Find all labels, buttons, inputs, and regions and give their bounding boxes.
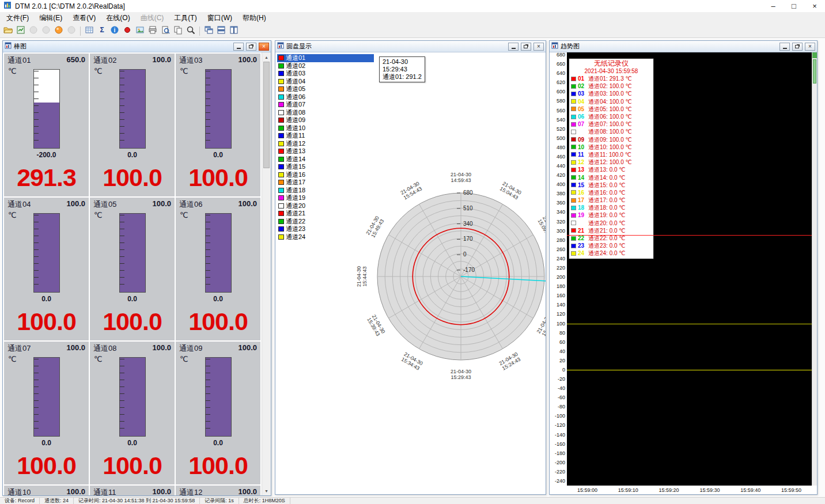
print-button[interactable] bbox=[147, 25, 158, 37]
legend-channel-number: 22 bbox=[578, 234, 586, 242]
scrollbar-thumb[interactable] bbox=[813, 59, 816, 84]
gauge-ticks bbox=[34, 359, 39, 435]
channel-list-item[interactable]: 通道04 bbox=[277, 78, 374, 86]
menu-item-6[interactable]: 工具(T) bbox=[169, 12, 202, 24]
channel-list-item[interactable]: 通道21 bbox=[277, 210, 374, 218]
scroll-down-icon[interactable]: ▼ bbox=[262, 486, 271, 495]
channel-label: 通道18 bbox=[286, 187, 305, 194]
legend-channel-value: 通道05: 100.0 ℃ bbox=[588, 105, 632, 113]
channel-list-item[interactable]: 通道24 bbox=[277, 233, 374, 241]
legend-color-swatch bbox=[571, 92, 576, 96]
child-restore-button[interactable] bbox=[792, 43, 803, 51]
channel-label: 通道03 bbox=[286, 70, 305, 77]
trend-plot[interactable]: 无纸记录仪 2021-04-30 15:59:58 01通道01: 291.3 … bbox=[567, 52, 812, 486]
menu-item-2[interactable]: 编辑(E) bbox=[34, 12, 67, 24]
bar-gauge-panel: 通道05100.0℃0.0100.0 bbox=[90, 198, 175, 340]
legend-row: 01通道01: 291.3 ℃ bbox=[571, 75, 652, 82]
child-minimize-button[interactable] bbox=[779, 43, 790, 51]
svg-text:680: 680 bbox=[463, 190, 473, 196]
statistics-button[interactable]: Σ bbox=[96, 25, 108, 37]
tile-vertical-button[interactable] bbox=[228, 25, 240, 37]
data-view-icon bbox=[16, 25, 25, 36]
channel-color-swatch bbox=[278, 226, 284, 232]
child-close-button[interactable]: × bbox=[533, 43, 544, 51]
channel-list-item[interactable]: 通道22 bbox=[277, 218, 374, 226]
channel-list-item[interactable]: 通道12 bbox=[277, 140, 374, 148]
open-file-button[interactable] bbox=[2, 25, 14, 37]
channel-list-item[interactable]: 通道06 bbox=[277, 93, 374, 101]
channel-list-item[interactable]: 通道17 bbox=[277, 179, 374, 187]
channel-list-item[interactable]: 通道11 bbox=[277, 132, 374, 140]
menu-item-5[interactable]: 曲线(C) bbox=[135, 12, 169, 24]
channel-list-item[interactable]: 通道02 bbox=[277, 62, 374, 70]
scroll-up-icon[interactable]: ▲ bbox=[262, 52, 271, 62]
data-view-button[interactable] bbox=[15, 25, 27, 37]
menu-item-4[interactable]: 在线(O) bbox=[101, 12, 135, 24]
info-button[interactable]: i bbox=[109, 25, 120, 37]
y-axis-label: 340 bbox=[557, 210, 565, 215]
legend-row: 04通道04: 100.0 ℃ bbox=[571, 98, 652, 105]
channel-list-item[interactable]: 通道01 bbox=[277, 54, 374, 62]
legend-color-swatch bbox=[571, 236, 576, 241]
child-minimize-button[interactable] bbox=[233, 43, 244, 51]
channel-list-item[interactable]: 通道09 bbox=[277, 116, 374, 124]
svg-text:170: 170 bbox=[463, 236, 473, 242]
connect-button[interactable] bbox=[28, 25, 39, 37]
channel-list-item[interactable]: 通道05 bbox=[277, 85, 374, 93]
menu-item-1[interactable]: 文件(F) bbox=[1, 12, 34, 24]
child-restore-button[interactable] bbox=[521, 43, 531, 51]
gauge-min-value: 0.0 bbox=[4, 439, 89, 449]
cascade-windows-button[interactable] bbox=[203, 25, 214, 37]
channel-list-item[interactable]: 通道13 bbox=[277, 147, 374, 156]
minimize-button[interactable]: – bbox=[763, 0, 784, 12]
scrollbar-thumb[interactable] bbox=[263, 62, 270, 168]
record-button[interactable] bbox=[53, 25, 65, 37]
close-button[interactable]: × bbox=[804, 0, 825, 12]
disk-display-titlebar[interactable]: 圆盘显示 × bbox=[275, 41, 546, 52]
child-close-button[interactable]: × bbox=[805, 43, 815, 51]
channel-list-item[interactable]: 通道07 bbox=[277, 101, 374, 109]
print-preview-button[interactable] bbox=[160, 25, 171, 37]
legend-row: 18通道18: 0.0 ℃ bbox=[571, 204, 652, 211]
channel-list-item[interactable]: 通道20 bbox=[277, 202, 374, 210]
menu-item-3[interactable]: 查看(V) bbox=[67, 12, 101, 24]
channel-list: 通道01通道02通道03通道04通道05通道06通道07通道08通道09通道10… bbox=[277, 54, 374, 241]
channel-list-item[interactable]: 通道10 bbox=[277, 124, 374, 132]
data-table-button[interactable] bbox=[84, 25, 95, 37]
trend-scrollbar[interactable] bbox=[812, 52, 817, 486]
restore-button[interactable]: □ bbox=[784, 0, 804, 12]
child-restore-button[interactable] bbox=[246, 43, 256, 51]
channel-list-item[interactable]: 通道23 bbox=[277, 225, 374, 233]
channel-list-item[interactable]: 通道18 bbox=[277, 187, 374, 195]
child-close-button[interactable]: × bbox=[259, 43, 269, 51]
pause-button[interactable] bbox=[40, 25, 52, 37]
copy-button[interactable] bbox=[172, 25, 184, 37]
menu-item-8[interactable]: 帮助(H) bbox=[237, 12, 271, 24]
gauge-header: 通道07100.0 bbox=[4, 342, 89, 354]
channel-list-item[interactable]: 通道15 bbox=[277, 163, 374, 171]
info-icon: i bbox=[110, 25, 119, 36]
gauge-max-value: 100.0 bbox=[66, 343, 85, 354]
record-dot-button[interactable] bbox=[122, 25, 133, 37]
y-axis-label: -60 bbox=[558, 395, 565, 400]
legend-channel-value: 通道15: 0.0 ℃ bbox=[588, 181, 626, 189]
snapshot-button[interactable] bbox=[134, 25, 146, 37]
disk-display-body: 6805103401700-17021-04-3014:59:4321-04-3… bbox=[275, 52, 546, 494]
tile-horizontal-button[interactable] bbox=[215, 25, 227, 37]
zoom-button[interactable] bbox=[185, 25, 196, 37]
stop-button[interactable] bbox=[66, 25, 77, 37]
bar-vertical-scrollbar[interactable]: ▲ ▼ bbox=[262, 52, 271, 495]
trend-graph-titlebar[interactable]: 趋势图 × bbox=[550, 41, 817, 52]
channel-list-item[interactable]: 通道16 bbox=[277, 171, 374, 179]
legend-row: 10通道10: 100.0 ℃ bbox=[571, 143, 652, 151]
channel-list-item[interactable]: 通道08 bbox=[277, 109, 374, 117]
scrollbar-arrow[interactable] bbox=[812, 52, 817, 58]
bar-graph-titlebar[interactable]: 棒图 × bbox=[3, 41, 271, 52]
channel-list-item[interactable]: 通道14 bbox=[277, 156, 374, 164]
scrollbar-track[interactable] bbox=[262, 168, 271, 486]
app-titlebar[interactable]: DTM 2.0.1 [C:\DTM 2.0.2\RealData] – □ × bbox=[0, 0, 825, 12]
channel-list-item[interactable]: 通道19 bbox=[277, 194, 374, 202]
child-minimize-button[interactable] bbox=[508, 43, 519, 51]
menu-item-7[interactable]: 窗口(W) bbox=[202, 12, 237, 24]
channel-list-item[interactable]: 通道03 bbox=[277, 70, 374, 78]
